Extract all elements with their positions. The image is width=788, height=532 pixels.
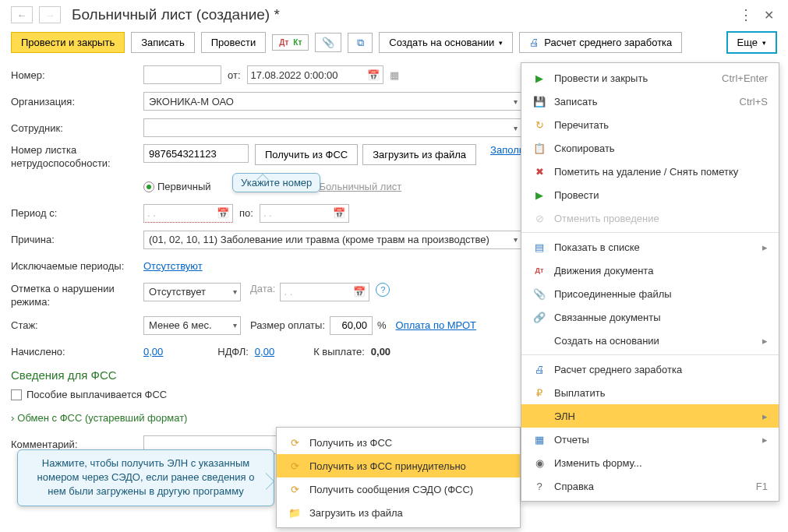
- post-button[interactable]: Провести: [201, 32, 267, 53]
- payout-val: 0,00: [371, 346, 390, 358]
- calendar-icon[interactable]: 📅: [333, 207, 345, 219]
- more-button[interactable]: Еще ▾: [726, 31, 777, 54]
- menu-item[interactable]: ₽Выплатить: [521, 381, 779, 404]
- menu-item[interactable]: ⟳Получить сообщения СЭДО (ФСС): [277, 477, 520, 501]
- printer-icon: 🖨: [529, 37, 539, 48]
- emp-select[interactable]: [143, 118, 521, 137]
- menu-icon: ⟳: [288, 437, 302, 449]
- calendar-icon[interactable]: 📅: [217, 207, 229, 219]
- dtkt-button[interactable]: ДтКт: [272, 34, 309, 51]
- primary-radio[interactable]: [143, 181, 154, 192]
- menu-icon: ⟳: [288, 460, 302, 472]
- menu-item[interactable]: ДтДвижения документа: [521, 259, 779, 282]
- sicknum-input[interactable]: [143, 144, 249, 163]
- payout-label: К выплате:: [313, 346, 365, 358]
- menu-item[interactable]: ⟳Получить из ФСС принудительно: [277, 454, 520, 477]
- menu-item[interactable]: Создать на основании▸: [521, 329, 779, 352]
- sickleave-link[interactable]: Больничный лист: [319, 181, 401, 192]
- period-from-input[interactable]: . .: [147, 207, 214, 219]
- excl-link[interactable]: Отсутствуют: [143, 260, 203, 272]
- calendar-icon[interactable]: 📅: [367, 69, 380, 81]
- menu-label: Связанные документы: [554, 312, 768, 323]
- accrued-val[interactable]: 0,00: [143, 346, 163, 358]
- menu-item[interactable]: ✖Пометить на удаление / Снять пометку: [521, 160, 779, 183]
- paysize-label: Размер оплаты:: [250, 319, 325, 331]
- reason-select[interactable]: (01, 02, 10, 11) Заболевание или травма …: [143, 231, 521, 249]
- eln-submenu: ⟳Получить из ФСС⟳Получить из ФСС принуди…: [276, 427, 521, 528]
- menu-icon: ▦: [532, 434, 546, 446]
- sicknum-label: Номер листканетрудоспособности:: [11, 144, 143, 171]
- picker-icon[interactable]: ▦: [390, 69, 399, 81]
- menu-item[interactable]: ▶Провести и закрытьCtrl+Enter: [521, 66, 779, 90]
- menu-item[interactable]: ?СправкаF1: [521, 474, 779, 498]
- menu-label: Справка: [554, 481, 733, 492]
- write-button[interactable]: Записать: [131, 32, 195, 53]
- menu-label: Перечитать: [554, 119, 768, 131]
- menu-item[interactable]: 🖨Расчет среднего заработка: [521, 358, 779, 381]
- menu-item[interactable]: ⟳Получить из ФСС: [277, 431, 520, 454]
- menu-item[interactable]: ◉Изменить форму...: [521, 451, 779, 474]
- menu-item: ⊘Отменить проведение: [521, 206, 779, 230]
- menu-label: Получить сообщения СЭДО (ФСС): [309, 484, 509, 495]
- stage-label: Стаж:: [11, 319, 143, 331]
- help-icon[interactable]: ?: [376, 283, 390, 297]
- calendar-icon[interactable]: 📅: [353, 286, 366, 298]
- tooltip-number: Укажите номер: [232, 173, 320, 192]
- kebab-icon[interactable]: ⋮: [739, 6, 753, 23]
- menu-icon: 📁: [288, 507, 302, 519]
- nav-fwd[interactable]: →: [39, 6, 61, 23]
- menu-label: Отменить проведение: [554, 213, 768, 224]
- menu-label: Создать на основании: [554, 335, 754, 347]
- menu-icon: ₽: [532, 387, 546, 399]
- ndfl-val[interactable]: 0,00: [255, 346, 274, 358]
- menu-item[interactable]: 📁Загрузить из файла: [277, 501, 520, 524]
- paysize-input[interactable]: [330, 316, 373, 335]
- from-label: от:: [228, 69, 241, 81]
- menu-icon: 🖨: [532, 364, 546, 375]
- menu-label: Отчеты: [554, 434, 754, 446]
- menu-item[interactable]: 💾ЗаписатьCtrl+S: [521, 90, 779, 113]
- viol-select[interactable]: Отсутствует: [143, 283, 241, 301]
- menu-icon: ⟳: [288, 484, 302, 495]
- menu-item[interactable]: 🔗Связанные документы: [521, 305, 779, 329]
- get-fss-button[interactable]: Получить из ФСС: [255, 144, 358, 165]
- create-based-button[interactable]: Создать на основании ▾: [379, 32, 513, 53]
- number-input[interactable]: [143, 65, 221, 84]
- fss-exchange-link[interactable]: › Обмен с ФСС (устаревший формат): [11, 412, 187, 424]
- menu-item[interactable]: ▦Отчеты▸: [521, 428, 779, 451]
- post-close-button[interactable]: Провести и закрыть: [11, 32, 125, 53]
- menu-separator: [521, 232, 779, 233]
- org-select[interactable]: ЭКОНИКА-М ОАО: [143, 92, 521, 111]
- stage-select[interactable]: Менее 6 мес.: [143, 316, 241, 335]
- attach-button[interactable]: 📎: [315, 33, 341, 52]
- menu-item[interactable]: ЭЛН▸: [521, 404, 779, 428]
- submenu-arrow-icon: ▸: [762, 434, 768, 446]
- menu-label: Получить из ФСС: [309, 437, 509, 449]
- menu-item[interactable]: ▶Провести: [521, 183, 779, 206]
- fill-link[interactable]: Заполн: [490, 144, 525, 156]
- nav-back[interactable]: ←: [11, 6, 33, 23]
- more-menu: ▶Провести и закрытьCtrl+Enter💾ЗаписатьCt…: [521, 62, 779, 502]
- menu-item[interactable]: ▤Показать в списке▸: [521, 235, 779, 259]
- period-from-label: Период с:: [11, 207, 143, 219]
- links-button[interactable]: ⧉: [348, 33, 373, 53]
- date-input[interactable]: 17.08.2022 0:00:00: [251, 69, 364, 81]
- mrot-link[interactable]: Оплата по МРОТ: [396, 319, 476, 331]
- menu-item[interactable]: 📎Присоединенные файлы: [521, 282, 779, 305]
- menu-icon: ▶: [532, 189, 546, 201]
- menu-icon: ?: [532, 481, 546, 492]
- fss-cb-label: Пособие выплачивается ФСС: [27, 389, 167, 400]
- menu-item[interactable]: 📋Скопировать: [521, 136, 779, 160]
- period-to-input[interactable]: . .: [263, 207, 330, 219]
- menu-item[interactable]: ↻Перечитать: [521, 113, 779, 136]
- page-title: Больничный лист (создание) *: [72, 6, 280, 23]
- fss-checkbox[interactable]: [11, 389, 22, 400]
- viol-date-input[interactable]: . .: [284, 286, 350, 298]
- menu-label: Пометить на удаление / Снять пометку: [554, 166, 768, 178]
- load-file-button[interactable]: Загрузить из файла: [362, 144, 476, 165]
- menu-label: Получить из ФСС принудительно: [309, 460, 509, 472]
- avg-salary-button[interactable]: 🖨 Расчет среднего заработка: [519, 32, 682, 53]
- close-icon[interactable]: ✕: [761, 8, 777, 23]
- menu-label: Записать: [554, 96, 716, 107]
- submenu-arrow-icon: ▸: [762, 410, 768, 422]
